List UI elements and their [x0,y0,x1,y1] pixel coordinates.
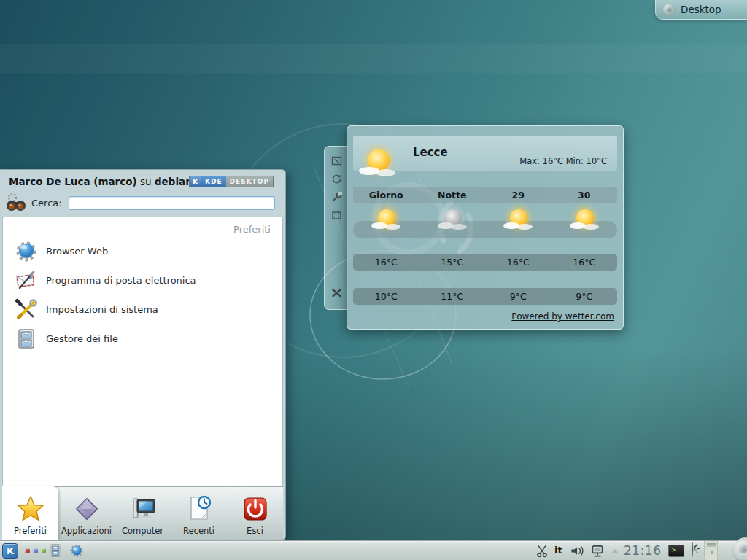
network-monitor-icon[interactable] [589,544,605,558]
tab-applications[interactable]: Applicazioni [58,487,115,540]
tray-expander-arrow[interactable] [611,549,619,553]
system-settings-icon [15,298,38,321]
favorite-item-mail[interactable]: Programma di posta elettronica [3,265,282,295]
host-name: debian [155,176,193,187]
tab-recent[interactable]: Recenti [171,487,227,540]
desktop: Desktop Lecce Max: 16°C Min: 10°C Giorn [0,0,747,560]
favorite-item-filemanager[interactable]: Gestore dei file [3,324,282,353]
resize-icon[interactable] [330,155,343,167]
power-icon [241,494,270,524]
tab-label: Applicazioni [61,526,112,536]
weather-credit-link[interactable]: Powered by wetter.com [511,311,614,322]
web-browser-launcher-icon[interactable] [69,543,84,558]
day-temp: 16°C [485,257,551,268]
forecast-icon [502,205,534,237]
volume-icon[interactable] [569,544,587,558]
favorite-label: Browser Web [46,246,108,257]
weather-header: Lecce Max: 16°C Min: 10°C [353,136,617,171]
mail-client-icon [15,268,38,292]
klipper-scissors-icon[interactable] [535,544,549,558]
weather-col-label: Notte [419,190,486,201]
tab-label: Preferiti [14,526,47,536]
bottom-panel: K it 21:16 >_ °C [0,540,747,560]
badge-desktop-text: DESKTOP [226,176,273,187]
favorite-label: Impostazioni di sistema [46,304,158,315]
night-temp: 9°C [485,291,551,302]
weather-widget: Lecce Max: 16°C Min: 10°C Giorno Notte 2… [347,125,624,330]
weather-col-label: Giorno [353,190,419,201]
search-input[interactable] [69,196,275,210]
kickoff-content: Preferiti Browser Web [2,217,283,486]
favorite-item-settings[interactable]: Impostazioni di sistema [3,295,282,324]
panel-cashew-icon[interactable] [732,537,747,560]
rotate-icon[interactable] [330,173,343,185]
plasma-cashew-icon [663,4,675,15]
file-manager-icon [15,327,38,350]
weather-minmax: Max: 16°C Min: 10°C [519,156,607,166]
pager-dot-blue[interactable] [33,548,38,553]
configure-wrench-icon[interactable] [330,191,343,203]
mini-widget-strip[interactable] [704,541,718,560]
tab-label: Recenti [183,526,214,536]
file-manager-launcher-icon[interactable] [48,543,63,558]
digital-clock[interactable]: 21:16 [624,543,667,558]
tab-computer[interactable]: Computer [115,487,171,540]
pager-dot-red[interactable] [25,548,30,553]
tab-label: Computer [122,526,163,536]
user-name: Marco De Luca (marco) [9,176,137,187]
favorite-item-browser[interactable]: Browser Web [3,236,282,265]
star-icon [16,494,45,524]
applications-diamond-icon [72,494,101,524]
desktop-toolbox-button[interactable]: Desktop [655,0,747,20]
favorite-label: Programma di posta elettronica [46,275,196,286]
keyboard-layout-indicator[interactable]: it [554,545,562,556]
forecast-icon [370,205,402,237]
kde-desktop-badge: K KDE DESKTOP [189,176,274,187]
day-temp: 16°C [353,257,419,268]
user-info: Marco De Luca (marco) su debian [9,176,193,187]
weather-col-label: 29 [485,190,551,201]
tab-label: Esci [247,526,263,536]
kde-logo-icon: K [190,176,201,187]
forecast-icon [436,205,468,237]
kde-menu-button[interactable]: K [2,543,18,559]
kickoff-tab-bar: Preferiti Applicazioni Computer [2,486,283,540]
weather-tray-unit: °C [693,548,700,555]
favorite-label: Gestore dei file [46,333,118,344]
weather-night-temps: 10°C 11°C 9°C 9°C [353,288,617,305]
search-label: Cerca: [31,198,62,209]
badge-kde-text: KDE [201,176,226,187]
weather-day-temps: 16°C 15°C 16°C 16°C [353,254,617,271]
weather-col-label: 30 [551,190,618,201]
widget-handle[interactable] [324,146,348,310]
weather-forecast-icons [353,205,617,238]
kickoff-menu: Marco De Luca (marco) su debian K KDE DE… [0,169,286,540]
no-data-icon [692,542,693,557]
tab-favorites[interactable]: Preferiti [2,486,58,540]
day-temp: 16°C [551,257,618,268]
computer-icon [128,494,158,524]
maximize-icon[interactable] [330,209,343,222]
forecast-icon [568,205,600,237]
night-temp: 9°C [551,291,618,302]
terminal-tray-icon[interactable]: >_ [668,545,684,557]
desktop-toolbox-label: Desktop [681,4,721,15]
weather-tray-icon[interactable]: °C [690,542,702,556]
tab-leave[interactable]: Esci [227,487,283,540]
weather-column-headers: Giorno Notte 29 30 [353,187,617,203]
web-browser-icon [15,239,38,262]
recent-documents-icon [185,494,214,524]
section-label: Preferiti [3,217,282,236]
day-temp: 15°C [419,257,486,268]
night-temp: 11°C [419,291,486,302]
search-binoculars-icon [5,192,27,214]
close-icon[interactable] [330,287,343,299]
pager-dot-green[interactable] [41,548,46,553]
user-connector: su [140,176,152,187]
search-row: Cerca: [0,190,285,215]
night-temp: 10°C [353,291,419,302]
weather-current-icon [359,147,397,184]
weather-city: Lecce [413,146,448,159]
